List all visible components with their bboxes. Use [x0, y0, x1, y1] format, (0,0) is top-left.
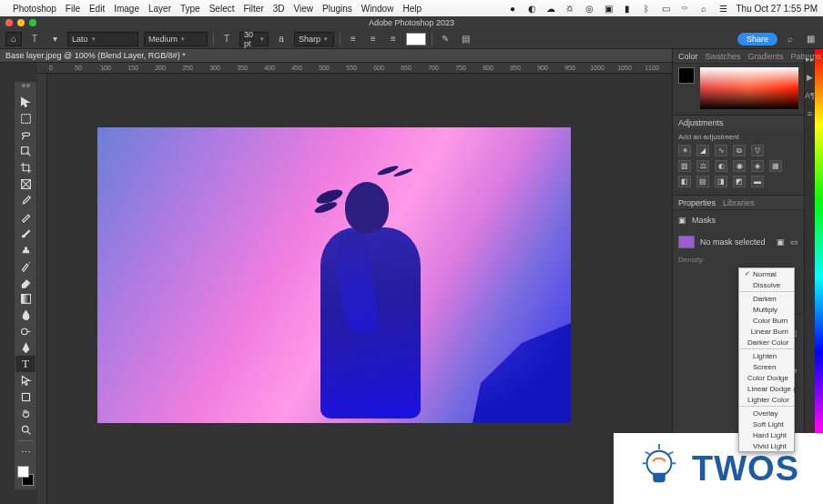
search-icon[interactable]: ⌕	[698, 3, 710, 15]
posterize-adjust-icon[interactable]: ▤	[696, 176, 709, 187]
blend-mode-item[interactable]: Color Dodge	[739, 372, 794, 383]
align-center-icon[interactable]: ≡	[366, 32, 381, 46]
blend-mode-item[interactable]: Hard Light	[739, 429, 794, 440]
blend-mode-menu[interactable]: ✓NormalDissolveDarkenMultiplyColor BurnL…	[738, 267, 795, 452]
menu-3d[interactable]: 3D	[273, 4, 285, 14]
status-icon[interactable]: ◐	[526, 3, 538, 15]
blend-mode-item[interactable]: Vivid Light	[739, 440, 794, 451]
blend-mode-item[interactable]: Screen	[739, 361, 794, 372]
clone-stamp-tool[interactable]	[15, 241, 36, 257]
char-panel-icon[interactable]: A¶	[805, 91, 815, 100]
toggle-panels-icon[interactable]: ▾	[47, 32, 62, 46]
color-swatches[interactable]	[15, 464, 36, 488]
menu-select[interactable]: Select	[209, 4, 235, 14]
menu-plugins[interactable]: Plugins	[322, 4, 352, 14]
menu-edit[interactable]: Edit	[89, 4, 105, 14]
pixel-mask-icon[interactable]: ▣	[777, 237, 785, 247]
vibrance-adjust-icon[interactable]: ▽	[751, 145, 764, 156]
blur-tool[interactable]	[15, 307, 36, 323]
bluetooth-icon[interactable]: ᛒ	[641, 3, 653, 15]
menubar-clock[interactable]: Thu Oct 27 1:55 PM	[737, 4, 818, 14]
blend-mode-item[interactable]: Darken	[739, 293, 794, 304]
tab-libraries[interactable]: Libraries	[723, 198, 755, 207]
status-icon[interactable]: ◎	[584, 3, 595, 15]
menu-window[interactable]: Window	[361, 4, 394, 14]
vector-mask-icon[interactable]: ▭	[790, 237, 798, 247]
paragraph-panel-icon[interactable]: ≡	[808, 109, 812, 118]
edit-toolbar-icon[interactable]: ⋯	[15, 444, 36, 460]
wifi-icon[interactable]: ⌔	[679, 3, 691, 15]
tab-gradients[interactable]: Gradients	[748, 52, 784, 61]
zoom-tool[interactable]	[15, 421, 36, 438]
healing-brush-tool[interactable]	[15, 208, 36, 225]
control-center-icon[interactable]: ☰	[717, 3, 729, 15]
camera-icon[interactable]: ▮	[622, 3, 634, 15]
blend-mode-item[interactable]: Dissolve	[739, 279, 794, 290]
gradient-tool[interactable]	[15, 290, 36, 307]
eraser-tool[interactable]	[15, 274, 36, 290]
home-button[interactable]: ⌂	[5, 32, 22, 46]
menu-type[interactable]: Type	[180, 4, 200, 14]
window-zoom-button[interactable]	[29, 19, 36, 26]
blend-mode-item[interactable]: Linear Burn	[739, 326, 794, 337]
canvas[interactable]	[97, 127, 571, 423]
text-color-swatch[interactable]	[406, 33, 426, 45]
menu-filter[interactable]: Filter	[243, 4, 263, 14]
curves-adjust-icon[interactable]: ∿	[715, 145, 727, 156]
font-family-select[interactable]: Lato▾	[67, 32, 138, 46]
share-button[interactable]: Share	[737, 33, 777, 45]
blend-mode-item[interactable]: Overlay	[739, 408, 794, 418]
colorlookup-adjust-icon[interactable]: ▦	[769, 160, 782, 172]
menu-help[interactable]: Help	[402, 4, 422, 14]
menu-file[interactable]: File	[66, 4, 80, 14]
crop-tool[interactable]	[15, 159, 36, 176]
move-tool[interactable]	[15, 94, 36, 110]
window-close-button[interactable]	[5, 19, 13, 26]
tab-color[interactable]: Color	[678, 52, 698, 61]
channelmix-adjust-icon[interactable]: ◈	[751, 160, 764, 172]
menu-view[interactable]: View	[294, 4, 314, 14]
foreground-color-swatch[interactable]	[17, 466, 29, 478]
blend-mode-item[interactable]: Color Burn	[739, 315, 794, 326]
object-select-tool[interactable]	[15, 143, 36, 159]
gradientmap-adjust-icon[interactable]: ▬	[751, 176, 764, 187]
mask-thumbnail[interactable]	[678, 236, 695, 248]
hue-adjust-icon[interactable]: ▧	[678, 160, 691, 172]
menu-layer[interactable]: Layer	[148, 4, 171, 14]
menu-app[interactable]: Photoshop	[13, 4, 56, 14]
marquee-tool[interactable]	[15, 110, 36, 126]
brush-panel-icon[interactable]: ▶	[807, 73, 813, 82]
antialias-select[interactable]: Sharp▾	[294, 32, 334, 46]
status-icon[interactable]: ●	[507, 3, 519, 15]
status-icon[interactable]: ▣	[603, 3, 615, 15]
rectangle-tool[interactable]	[15, 388, 36, 405]
font-size-input[interactable]: 30 pt▾	[239, 32, 269, 46]
type-tool[interactable]: T	[15, 356, 36, 372]
blend-mode-item[interactable]: Lighten	[739, 350, 794, 361]
search-icon[interactable]: ⌕	[783, 32, 798, 46]
color-fg-swatch[interactable]	[678, 67, 695, 84]
eyedropper-tool[interactable]	[15, 192, 36, 208]
bw-adjust-icon[interactable]: ◐	[715, 160, 727, 172]
dodge-tool[interactable]	[15, 323, 36, 339]
brightness-adjust-icon[interactable]: ☀	[678, 145, 691, 156]
blend-mode-item[interactable]: Multiply	[739, 304, 794, 315]
brush-tool[interactable]	[15, 225, 36, 241]
align-right-icon[interactable]: ≡	[386, 32, 401, 46]
threshold-adjust-icon[interactable]: ◨	[715, 176, 727, 187]
history-brush-tool[interactable]	[15, 257, 36, 274]
exposure-adjust-icon[interactable]: ⧉	[733, 145, 746, 156]
character-panel-icon[interactable]: ▤	[458, 32, 472, 46]
invert-adjust-icon[interactable]: ◧	[678, 176, 691, 187]
levels-adjust-icon[interactable]: ◢	[696, 145, 709, 156]
path-select-tool[interactable]	[15, 372, 36, 388]
warp-text-icon[interactable]: ✎	[438, 32, 452, 46]
font-weight-select[interactable]: Medium▾	[144, 32, 208, 46]
frame-tool[interactable]	[15, 176, 36, 192]
blend-mode-item[interactable]: Darker Color	[739, 337, 794, 348]
tab-properties[interactable]: Properties	[678, 198, 716, 207]
colorbalance-adjust-icon[interactable]: ⚖	[696, 160, 709, 172]
battery-icon[interactable]: ▭	[660, 3, 672, 15]
status-icon[interactable]: ⛭	[564, 3, 576, 15]
panel-grip-icon[interactable]	[15, 84, 36, 91]
